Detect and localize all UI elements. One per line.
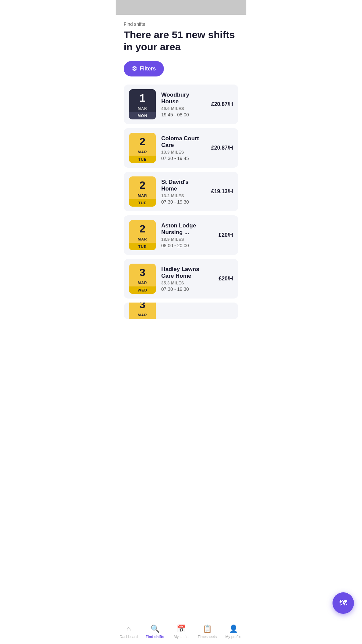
date-month: MAR xyxy=(138,194,147,198)
shift-rate: £20/H xyxy=(219,232,233,238)
date-month: MAR xyxy=(138,150,147,154)
date-day: TUE xyxy=(129,199,156,207)
shift-miles: 49.6 MILES xyxy=(161,106,206,111)
page-label: Find shifts xyxy=(124,21,238,27)
date-day: TUE xyxy=(129,156,156,163)
dashboard-icon: ⌂ xyxy=(126,625,131,633)
date-month: MAR xyxy=(138,237,147,241)
timesheets-label: Timesheets xyxy=(198,635,217,639)
my-profile-icon: 👤 xyxy=(229,625,238,633)
shift-miles: 18.9 MILES xyxy=(161,237,213,242)
shift-rate: £20.87/H xyxy=(211,145,233,151)
shift-name: St David's Home xyxy=(161,179,206,192)
shift-info: Woodbury House 49.6 MILES 19:45 - 08:00 xyxy=(161,92,206,117)
date-month: MAR xyxy=(138,281,147,285)
date-month: MAR xyxy=(138,106,147,110)
shift-card[interactable]: 2 MAR TUE Aston Lodge Nursing ... 18.9 M… xyxy=(124,215,238,255)
date-day: TUE xyxy=(129,243,156,250)
date-number: 2 xyxy=(139,176,145,192)
date-day: WED xyxy=(129,286,156,294)
nav-item-my-shifts[interactable]: 📅 My shifts xyxy=(168,625,194,639)
shift-rate: £20/H xyxy=(219,276,233,282)
nav-item-my-profile[interactable]: 👤 My profile xyxy=(220,625,246,639)
date-day: MON xyxy=(129,112,156,119)
shift-info: Coloma Court Care 13.3 MILES 07:30 - 19:… xyxy=(161,135,206,161)
shift-rate: £19.13/H xyxy=(211,189,233,195)
find-shifts-label: Find shifts xyxy=(145,635,164,639)
date-badge: 3 MAR WED xyxy=(129,264,156,294)
nav-item-find-shifts[interactable]: 🔍 Find shifts xyxy=(142,625,168,639)
date-badge: 2 MAR TUE xyxy=(129,220,156,250)
shift-time: 07:30 - 19:45 xyxy=(161,156,206,161)
shift-miles: 13.3 MILES xyxy=(161,150,206,155)
shift-name: Aston Lodge Nursing ... xyxy=(161,222,213,236)
date-number: 2 xyxy=(139,133,145,148)
shift-card[interactable]: 3 MAR WED Hadley Lawns Care Home 35.3 MI… xyxy=(124,259,238,299)
shift-name: Coloma Court Care xyxy=(161,135,206,149)
shift-miles: 13.2 MILES xyxy=(161,194,206,198)
date-number: 3 xyxy=(139,264,145,279)
date-badge: 1 MAR MON xyxy=(129,89,156,119)
shift-info xyxy=(161,310,228,312)
status-bar xyxy=(116,0,246,15)
shift-card[interactable]: 1 MAR MON Woodbury House 49.6 MILES 19:4… xyxy=(124,85,238,124)
shift-card[interactable]: 2 MAR TUE St David's Home 13.2 MILES 07:… xyxy=(124,172,238,211)
filters-icon: ⚙ xyxy=(132,65,137,72)
date-day: WED xyxy=(129,319,156,319)
date-number: 1 xyxy=(139,89,145,104)
bottom-nav: ⌂ Dashboard 🔍 Find shifts 📅 My shifts 📋 … xyxy=(116,621,246,644)
shift-card[interactable]: 2 MAR TUE Coloma Court Care 13.3 MILES 0… xyxy=(124,128,238,168)
nav-item-timesheets[interactable]: 📋 Timesheets xyxy=(194,625,220,639)
my-shifts-icon: 📅 xyxy=(177,625,186,633)
timesheets-icon: 📋 xyxy=(203,625,212,633)
shift-rate: £20.87/H xyxy=(211,101,233,107)
shift-time: 19:45 - 08:00 xyxy=(161,112,206,117)
shift-info: St David's Home 13.2 MILES 07:30 - 19:30 xyxy=(161,179,206,205)
date-number: 3 xyxy=(139,303,145,311)
nav-item-dashboard[interactable]: ⌂ Dashboard xyxy=(116,625,142,639)
date-badge: 2 MAR TUE xyxy=(129,133,156,163)
date-number: 2 xyxy=(139,220,145,235)
dashboard-label: Dashboard xyxy=(120,635,138,639)
my-profile-label: My profile xyxy=(225,635,241,639)
shift-time: 08:00 - 20:00 xyxy=(161,243,213,248)
page-title: There are 51 new shifts in your area xyxy=(124,29,238,53)
date-badge: 3 MAR WED xyxy=(129,303,156,319)
find-shifts-icon: 🔍 xyxy=(150,625,160,633)
date-month: MAR xyxy=(138,313,147,317)
shifts-list: 1 MAR MON Woodbury House 49.6 MILES 19:4… xyxy=(124,85,238,319)
shift-card[interactable]: 3 MAR WED xyxy=(124,303,238,319)
date-badge: 2 MAR TUE xyxy=(129,176,156,207)
shift-time: 07:30 - 19:30 xyxy=(161,286,213,292)
filters-button[interactable]: ⚙ Filters xyxy=(124,61,164,76)
filters-label: Filters xyxy=(140,66,156,72)
shift-info: Aston Lodge Nursing ... 18.9 MILES 08:00… xyxy=(161,222,213,248)
my-shifts-label: My shifts xyxy=(174,635,188,639)
shift-miles: 35.3 MILES xyxy=(161,281,213,285)
shift-name: Hadley Lawns Care Home xyxy=(161,266,213,279)
shift-time: 07:30 - 19:30 xyxy=(161,199,206,205)
shift-info: Hadley Lawns Care Home 35.3 MILES 07:30 … xyxy=(161,266,213,292)
shift-name: Woodbury House xyxy=(161,92,206,105)
